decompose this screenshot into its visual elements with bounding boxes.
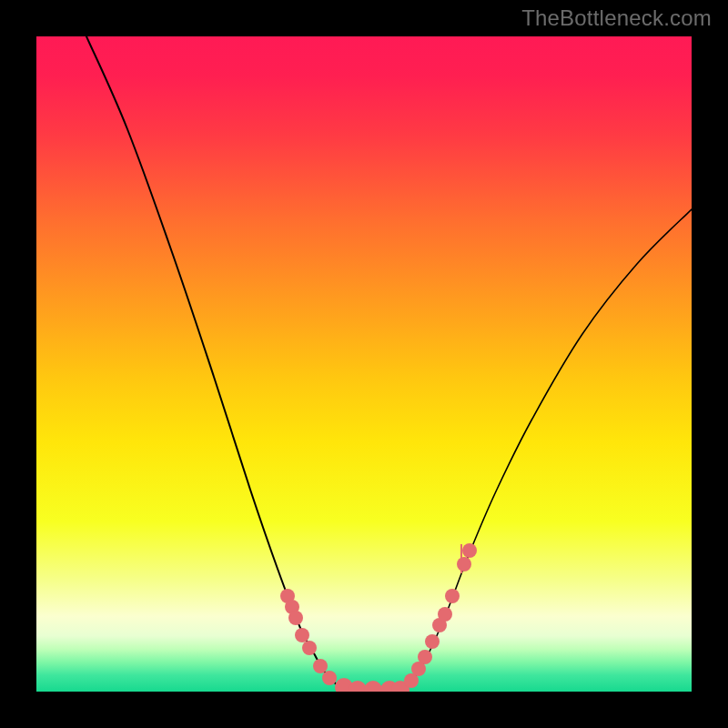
svg-rect-0 (36, 36, 692, 692)
chart-frame: TheBottleneck.com (0, 0, 728, 728)
background-gradient (36, 36, 692, 692)
plot-area (36, 36, 692, 692)
watermark-text: TheBottleneck.com (521, 5, 712, 31)
